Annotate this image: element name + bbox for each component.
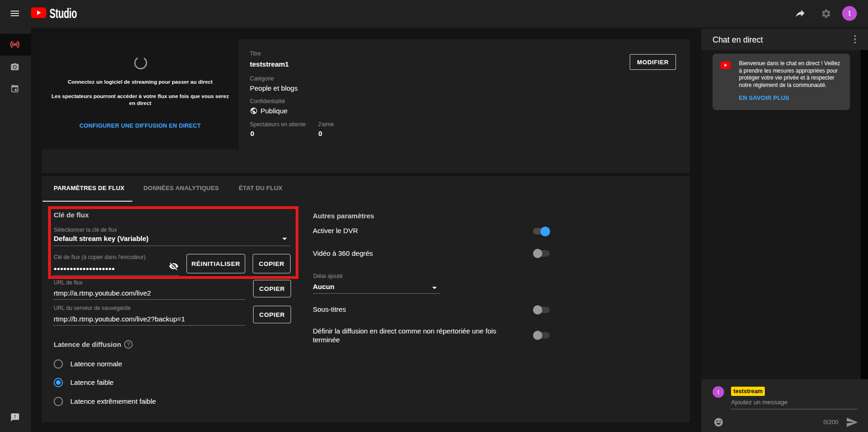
svg-text:?: ?	[127, 341, 130, 348]
